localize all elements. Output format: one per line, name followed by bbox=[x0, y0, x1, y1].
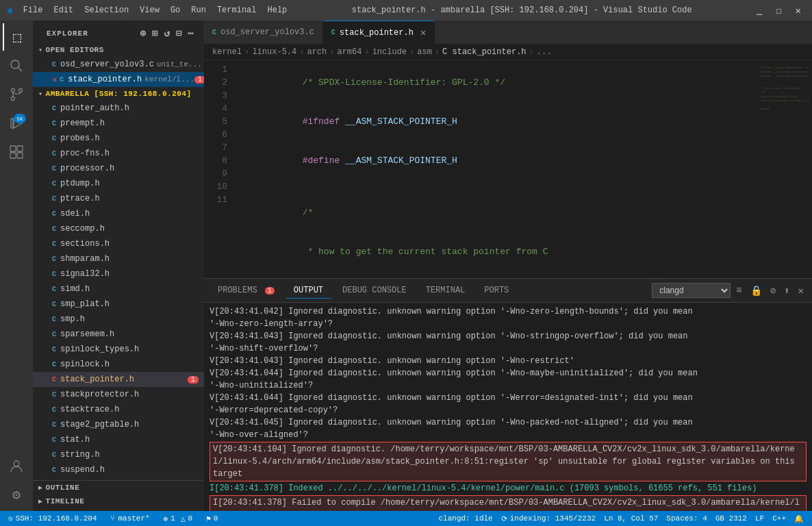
minimize-button[interactable]: ⎯ bbox=[752, 3, 766, 18]
new-file-icon[interactable]: ⊕ bbox=[139, 26, 148, 40]
info-status[interactable]: ⚑ 0 bbox=[203, 511, 220, 526]
indent-status[interactable]: Spaces: 4 bbox=[663, 511, 709, 526]
errors-warnings-status[interactable]: ⊗ 1 △ 0 bbox=[161, 511, 195, 526]
list-item[interactable]: C simd.h bbox=[33, 281, 204, 297]
tab-output[interactable]: OUTPUT bbox=[286, 283, 331, 299]
list-item[interactable]: C sparsemem.h bbox=[33, 327, 204, 342]
list-item[interactable]: C seccomp.h bbox=[33, 221, 204, 236]
menu-view[interactable]: View bbox=[136, 4, 164, 16]
tab-ports[interactable]: PORTS bbox=[476, 283, 517, 299]
output-source-dropdown[interactable]: clangd Git Extension Host bbox=[652, 283, 731, 298]
refresh-icon[interactable]: ↺ bbox=[163, 26, 172, 40]
menu-edit[interactable]: Edit bbox=[49, 4, 77, 16]
list-item[interactable]: C preempt.h bbox=[33, 116, 204, 131]
notifications-icon[interactable]: 🔔 bbox=[791, 511, 807, 526]
breadcrumb-more[interactable]: ... bbox=[537, 47, 552, 57]
list-item[interactable]: C spinlock.h bbox=[33, 357, 204, 372]
warning-icon: △ bbox=[181, 514, 186, 523]
tab-osd[interactable]: C osd_server_yolov3.c bbox=[204, 21, 323, 44]
list-item[interactable]: C signal32.h bbox=[33, 266, 204, 281]
maximize-button[interactable]: ☐ bbox=[772, 3, 785, 18]
outline-section[interactable]: ▶ OUTLINE bbox=[33, 481, 204, 494]
list-item[interactable]: C stackprotector.h bbox=[33, 387, 204, 402]
list-item[interactable]: C spinlock_types.h bbox=[33, 342, 204, 357]
menu-help[interactable]: Help bbox=[264, 4, 292, 16]
git-branch-status[interactable]: ⑂ master* bbox=[107, 511, 152, 526]
menu-go[interactable]: Go bbox=[166, 4, 184, 16]
breadcrumb-arch[interactable]: arch bbox=[307, 47, 327, 57]
menu-run[interactable]: Run bbox=[187, 4, 210, 16]
c-icon: C bbox=[52, 466, 56, 474]
server-section[interactable]: ▾ AMBARELLA [SSH: 192.168.0.204] bbox=[33, 87, 204, 101]
menu-file[interactable]: File bbox=[19, 4, 47, 16]
list-item[interactable]: C sections.h bbox=[33, 236, 204, 251]
close-button[interactable]: ✕ bbox=[791, 3, 805, 18]
line-ending-status[interactable]: LF bbox=[752, 511, 767, 526]
explorer-icon[interactable]: ⬚ bbox=[3, 23, 30, 51]
list-item[interactable]: C ptdump.h bbox=[33, 176, 204, 191]
breadcrumb-asm[interactable]: asm bbox=[417, 47, 432, 57]
tab-terminal[interactable]: TERMINAL bbox=[418, 283, 474, 299]
list-item[interactable]: C string.h bbox=[33, 447, 204, 462]
breadcrumb-linux[interactable]: linux-5.4 bbox=[252, 47, 296, 57]
menu-selection[interactable]: Selection bbox=[80, 4, 133, 16]
list-item[interactable]: C sdei.h bbox=[33, 206, 204, 221]
source-control-icon[interactable] bbox=[3, 81, 30, 108]
list-view-icon[interactable]: ≡ bbox=[733, 284, 744, 297]
minimap: /* SPDX-License-Identifier: GPL-2.0 */ #… bbox=[757, 63, 812, 278]
account-icon[interactable] bbox=[3, 452, 30, 479]
tab-stack[interactable]: C stack_pointer.h ✕ bbox=[323, 21, 435, 44]
list-item[interactable]: C proc-fns.h bbox=[33, 146, 204, 161]
c-file-icon-stack: C bbox=[60, 76, 64, 84]
breadcrumb-include[interactable]: include bbox=[372, 47, 407, 57]
open-file-osd[interactable]: C osd_server_yolov3.c unit_te... bbox=[33, 57, 204, 72]
list-item[interactable]: C suspend.h bbox=[33, 462, 204, 477]
cursor-position[interactable]: Ln 8, Col 57 bbox=[601, 511, 661, 526]
panel-content[interactable]: V[20:43:41.042] Ignored diagnostic. unkn… bbox=[204, 303, 812, 511]
collapse-icon[interactable]: ⊟ bbox=[175, 26, 183, 40]
list-item[interactable]: C smp_plat.h bbox=[33, 297, 204, 312]
indexing-status[interactable]: ⟳ indexing: 1345/2232 bbox=[498, 511, 598, 526]
list-item[interactable]: C stat.h bbox=[33, 432, 204, 447]
language-mode-status[interactable]: C++ bbox=[770, 511, 789, 526]
lock-icon[interactable]: 🔒 bbox=[748, 284, 765, 298]
run-debug-icon[interactable]: 5K bbox=[3, 110, 30, 137]
settings-icon[interactable]: ⚙ bbox=[3, 481, 30, 508]
breadcrumb-arm64[interactable]: arm64 bbox=[337, 47, 361, 57]
clangd-status[interactable]: clangd: idle bbox=[435, 511, 495, 526]
search-icon[interactable] bbox=[3, 52, 30, 79]
breadcrumb-file[interactable]: C stack_pointer.h bbox=[442, 47, 526, 57]
close-panel-icon[interactable]: ✕ bbox=[796, 284, 807, 298]
stack-pointer-file-item[interactable]: C stack_pointer.h 1 bbox=[33, 372, 204, 387]
list-item[interactable]: C stacktrace.h bbox=[33, 402, 204, 417]
list-item[interactable]: C pointer_auth.h bbox=[33, 101, 204, 116]
open-editors-section[interactable]: ▾ OPEN EDITORS bbox=[33, 43, 204, 57]
clear-output-icon[interactable]: ⊘ bbox=[767, 284, 778, 298]
list-item[interactable]: C processor.h bbox=[33, 161, 204, 176]
list-item[interactable]: C stage2_pgtable.h bbox=[33, 417, 204, 432]
extensions-icon[interactable] bbox=[3, 138, 30, 166]
timeline-section[interactable]: ▶ TIMELINE bbox=[33, 494, 204, 508]
new-folder-icon[interactable]: ⊞ bbox=[151, 26, 160, 40]
list-item[interactable]: C shmparam.h bbox=[33, 251, 204, 266]
c-icon: C bbox=[52, 391, 56, 399]
menu-terminal[interactable]: Terminal bbox=[213, 4, 261, 16]
list-item[interactable]: C smp.h bbox=[33, 312, 204, 327]
tab-close-icon[interactable]: ✕ bbox=[420, 27, 426, 38]
tab-debug-console[interactable]: DEBUG CONSOLE bbox=[334, 283, 415, 299]
close-icon[interactable]: ✕ bbox=[52, 75, 57, 85]
open-file-stack[interactable]: ✕ C stack_pointer.h kernel/l... 1 bbox=[33, 72, 204, 87]
expand-panel-icon[interactable]: ⬆ bbox=[781, 284, 792, 298]
list-item[interactable]: C ptrace.h bbox=[33, 191, 204, 206]
ssh-status[interactable]: ⎋ SSH: 192.168.0.204 bbox=[5, 511, 99, 526]
list-item[interactable]: C probes.h bbox=[33, 131, 204, 146]
code-editor[interactable]: 1 2 3 4 5 6 7 8 9 10 11 /* SPDX-License-… bbox=[204, 60, 812, 278]
log-line: V[20:43:41.042] Ignored diagnostic. unkn… bbox=[210, 305, 807, 330]
filename: preempt.h bbox=[60, 118, 105, 128]
preprocessor-define: #define bbox=[303, 155, 345, 166]
encoding-status[interactable]: GB 2312 bbox=[713, 511, 750, 526]
clangd-label: clangd: idle bbox=[438, 514, 492, 523]
more-actions-icon[interactable]: ⋯ bbox=[187, 26, 196, 40]
tab-problems[interactable]: PROBLEMS 1 bbox=[210, 283, 283, 299]
breadcrumb-kernel[interactable]: kernel bbox=[212, 47, 242, 57]
